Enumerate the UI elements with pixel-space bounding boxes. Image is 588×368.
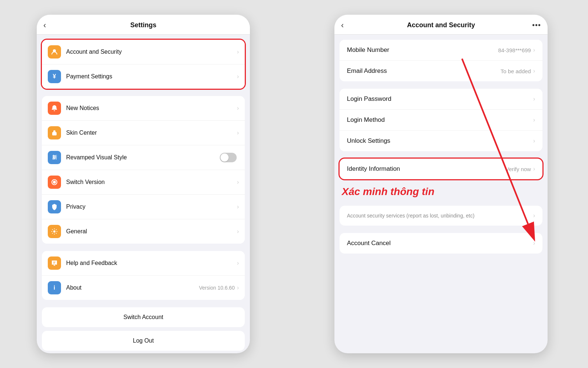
sidebar-item-privacy[interactable]: Privacy › — [42, 195, 245, 219]
revamped-visual-toggle[interactable] — [220, 153, 237, 162]
skin-center-label: Skin Center — [66, 130, 237, 136]
privacy-chevron: › — [237, 204, 239, 210]
general-chevron: › — [237, 228, 239, 235]
payment-settings-label: Payment Settings — [66, 73, 237, 80]
general-label: General — [66, 228, 237, 235]
mobile-number-chevron: › — [533, 47, 535, 53]
svg-point-4 — [53, 230, 55, 233]
sidebar-item-switch-version[interactable]: Switch Version › — [42, 170, 245, 195]
about-version: Version 10.6.60 — [199, 285, 234, 291]
sidebar-item-revamped-visual[interactable]: 新 Revamped Visual Style — [42, 145, 245, 170]
mobile-number-label: Mobile Number — [347, 46, 498, 54]
right-header: ‹ Account and Security ••• — [334, 15, 548, 35]
switch-version-chevron: › — [237, 179, 239, 185]
more-button[interactable]: ••• — [532, 21, 541, 29]
general-icon — [48, 225, 61, 238]
svg-point-3 — [53, 181, 56, 184]
new-notices-chevron: › — [237, 105, 239, 112]
section-help: Help and Feedback › i About Version 10.6… — [42, 251, 245, 300]
right-phone: ‹ Account and Security ••• Mobile Number… — [334, 15, 548, 353]
payment-settings-icon: ¥ — [48, 70, 61, 83]
revamped-visual-label: Revamped Visual Style — [66, 154, 220, 161]
right-back-button[interactable]: ‹ — [341, 21, 344, 30]
about-chevron: › — [237, 284, 239, 291]
right-section-cancel: Account Cancel › — [340, 233, 542, 254]
sidebar-item-new-notices[interactable]: New Notices › — [42, 96, 245, 121]
left-phone: ‹ Settings Account and Security › ¥ Paym… — [37, 15, 250, 353]
sidebar-item-account-security[interactable]: Account and Security › — [42, 40, 245, 64]
account-security-chevron: › — [237, 49, 239, 55]
login-password-chevron: › — [533, 96, 535, 102]
right-title: Account and Security — [407, 21, 475, 29]
account-cancel-chevron: › — [533, 240, 535, 247]
payment-settings-chevron: › — [237, 73, 239, 80]
account-security-services-label: Account security services (report as los… — [347, 213, 533, 219]
account-security-services-chevron: › — [533, 212, 535, 219]
account-cancel-label: Account Cancel — [347, 240, 533, 247]
section-misc: New Notices › Skin Center › 新 Revamped V… — [42, 96, 245, 244]
bottom-buttons: Switch Account Log Out — [42, 307, 245, 351]
left-title: Settings — [130, 21, 156, 29]
skin-center-chevron: › — [237, 130, 239, 136]
sidebar-item-payment-settings[interactable]: ¥ Payment Settings › — [42, 64, 245, 89]
skin-center-icon — [48, 126, 61, 139]
mobile-number-item[interactable]: Mobile Number 84-398***699 › — [340, 40, 542, 61]
new-notices-icon — [48, 102, 61, 115]
login-method-item[interactable]: Login Method › — [340, 110, 542, 131]
help-feedback-label: Help and Feedback — [66, 260, 237, 266]
new-notices-label: New Notices — [66, 105, 237, 112]
mobile-number-value: 84-398***699 — [498, 47, 531, 53]
account-security-label: Account and Security — [66, 49, 237, 55]
help-feedback-icon — [48, 256, 61, 270]
switch-version-label: Switch Version — [66, 179, 237, 185]
right-section-security-services: Account security services (report as los… — [340, 206, 542, 226]
left-header: ‹ Settings — [37, 15, 250, 35]
identity-information-label: Identity Information — [347, 165, 505, 173]
sidebar-item-skin-center[interactable]: Skin Center › — [42, 121, 245, 145]
login-method-chevron: › — [533, 117, 535, 123]
login-password-label: Login Password — [347, 95, 533, 103]
privacy-label: Privacy — [66, 204, 237, 210]
email-address-value: To be added — [501, 68, 531, 74]
email-address-label: Email Address — [347, 67, 501, 75]
identity-chevron: › — [533, 166, 535, 172]
verify-now-label: Verify now — [505, 166, 531, 172]
privacy-icon — [48, 200, 61, 213]
login-method-label: Login Method — [347, 116, 533, 124]
account-security-services-item[interactable]: Account security services (report as los… — [340, 206, 542, 226]
unlock-settings-chevron: › — [533, 138, 535, 144]
switch-version-icon — [48, 176, 61, 189]
unlock-settings-item[interactable]: Unlock Settings › — [340, 131, 542, 151]
log-out-button[interactable]: Log Out — [42, 331, 245, 351]
switch-account-button[interactable]: Switch Account — [42, 307, 245, 327]
help-feedback-chevron: › — [237, 260, 239, 266]
right-section-contact: Mobile Number 84-398***699 › Email Addre… — [340, 40, 542, 81]
about-icon: i — [48, 281, 61, 294]
sidebar-item-help-feedback[interactable]: Help and Feedback › — [42, 251, 245, 276]
identity-information-item[interactable]: Identity Information Verify now › — [340, 159, 542, 179]
right-section-login: Login Password › Login Method › Unlock S… — [340, 89, 542, 151]
section-account: Account and Security › ¥ Payment Setting… — [42, 40, 245, 89]
revamped-visual-icon: 新 — [48, 151, 61, 164]
svg-rect-1 — [52, 132, 57, 135]
email-address-chevron: › — [533, 68, 535, 74]
unlock-settings-label: Unlock Settings — [347, 137, 533, 145]
sidebar-item-about[interactable]: i About Version 10.6.60 › — [42, 276, 245, 300]
left-back-button[interactable]: ‹ — [43, 21, 46, 30]
sidebar-item-general[interactable]: General › — [42, 219, 245, 244]
email-address-item[interactable]: Email Address To be added › — [340, 61, 542, 81]
about-label: About — [66, 284, 199, 291]
account-security-icon — [48, 45, 61, 59]
right-section-identity: Identity Information Verify now › — [340, 159, 542, 179]
vn-text: Xác minh thông tin — [334, 183, 548, 202]
account-cancel-item[interactable]: Account Cancel › — [340, 233, 542, 254]
login-password-item[interactable]: Login Password › — [340, 89, 542, 110]
